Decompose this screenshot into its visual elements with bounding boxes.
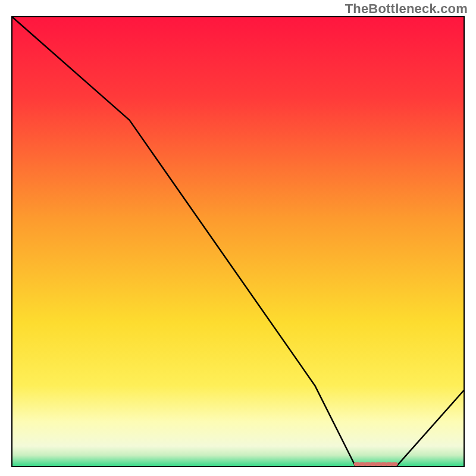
bottleneck-chart <box>0 0 476 476</box>
gradient-background <box>12 17 464 466</box>
plot-area <box>12 17 464 466</box>
